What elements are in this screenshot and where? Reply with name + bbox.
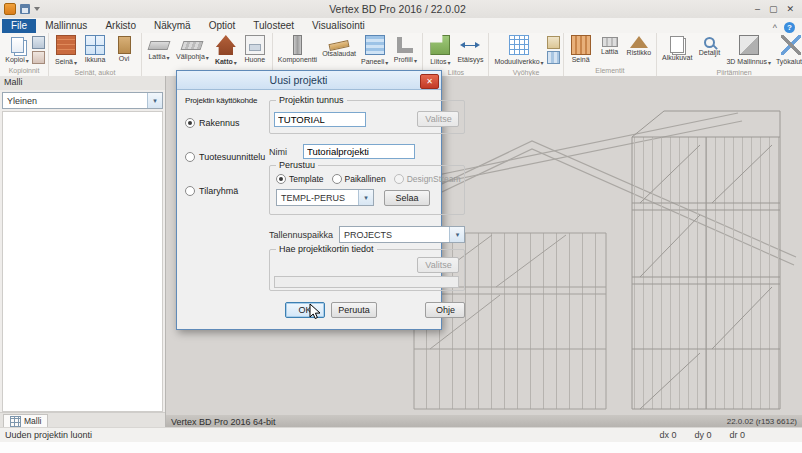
tab-arkisto[interactable]: Arkisto — [96, 19, 145, 33]
tools-icon — [781, 35, 801, 55]
ribbon-item-profiili[interactable]: Profiili — [391, 34, 419, 66]
dialog-buttons-row: OK Peruuta Ohje — [269, 302, 465, 318]
tab-mallinnus[interactable]: Mallinnus — [36, 19, 96, 33]
ribbon-item-lattia[interactable]: Lattia — [145, 34, 173, 63]
ribbon-item-seina[interactable]: Seinä — [52, 34, 80, 68]
radio-label: DesignStream — [407, 174, 461, 184]
joint-icon — [430, 35, 450, 55]
zone-icon[interactable] — [547, 36, 560, 49]
tab-optiot[interactable]: Optiot — [200, 19, 245, 33]
status-message: Uuden projektin luonti — [5, 430, 92, 440]
ribbon-item-tyokalut[interactable]: Työkalut — [774, 34, 802, 68]
ribbon-item-paneeli[interactable]: Paneeli — [359, 34, 390, 68]
name-row: Nimi — [269, 144, 465, 159]
ribbon-item-elementti-seina[interactable]: Seinä — [567, 34, 595, 64]
title-bar: Vertex BD Pro 2016 / 22.0.02 – ▢ ✕ — [0, 0, 802, 19]
dropdown-caret-icon — [73, 56, 77, 67]
dialog-close-button[interactable]: ✕ — [420, 74, 439, 89]
ribbon-item-ovi[interactable]: Ovi — [110, 34, 138, 63]
maximize-button[interactable]: ▢ — [769, 4, 778, 14]
window-icon — [85, 35, 105, 55]
browse-button[interactable]: Selaa — [384, 190, 430, 206]
ribbon-group-seinat-aukot: Seinä Ikkuna Ovi Seinät, aukot — [49, 33, 142, 76]
rotate-icon[interactable] — [32, 51, 45, 64]
help-icon[interactable]: ? — [784, 22, 795, 33]
ribbon-item-etaisyys[interactable]: Etäisyys — [455, 34, 485, 64]
template-dropdown[interactable]: TEMPL-PERUS — [276, 189, 374, 206]
ribbon-item-liitos[interactable]: Liitos — [426, 34, 454, 68]
ribbon-item-kopioi[interactable]: Kopioi — [3, 34, 31, 66]
based-on-group: Perustuu Template Paikallinen DesignS — [269, 165, 465, 215]
dy-value: dy 0 — [694, 430, 711, 440]
ribbon-item-moduuliverkko[interactable]: Moduuliverkko — [492, 34, 545, 68]
mouse-cursor-icon — [309, 303, 321, 321]
tab-nakyma[interactable]: Näkymä — [145, 19, 200, 33]
ribbon-item-valipohja[interactable]: Välipohja — [174, 34, 211, 63]
move-icon[interactable] — [32, 36, 45, 49]
ribbon-item-3d-mallinnus[interactable]: 3D Mallinnus — [724, 34, 772, 68]
ribbon-collapse-icon[interactable]: ^ — [773, 23, 777, 33]
minimize-button[interactable]: – — [755, 4, 760, 14]
chevron-down-icon — [449, 227, 464, 242]
truss-icon — [630, 36, 648, 48]
project-id-select-button[interactable]: Valitse — [417, 111, 459, 127]
ribbon-item-ikkuna[interactable]: Ikkuna — [81, 34, 109, 64]
ribbon-group-vyohyke: Moduuliverkko Vyöhyke — [489, 33, 563, 76]
project-card-input[interactable] — [274, 276, 459, 288]
app-info-text: Vertex BD Pro 2016 64-bit — [171, 417, 276, 427]
ribbon-item-katto[interactable]: Katto — [212, 34, 240, 68]
ribbon-item-ristikko[interactable]: Ristikko — [625, 34, 654, 57]
tab-tulosteet[interactable]: Tulosteet — [244, 19, 303, 33]
tab-file[interactable]: File — [2, 19, 36, 33]
close-button[interactable]: ✕ — [786, 4, 794, 14]
project-id-input[interactable] — [274, 112, 366, 127]
window-title: Vertex BD Pro 2016 / 22.0.02 — [40, 3, 755, 15]
radio-template[interactable]: Template — [276, 174, 324, 184]
project-id-group: Projektin tunnus Valitse — [269, 100, 465, 134]
radio-paikallinen[interactable]: Paikallinen — [332, 174, 386, 184]
radio-tuotesuunnittelu[interactable]: Tuotesuunnittelu — [185, 152, 263, 162]
save-icon[interactable] — [20, 4, 30, 14]
project-name-input[interactable] — [303, 144, 415, 159]
floor-icon — [148, 41, 171, 50]
radio-icon — [332, 174, 342, 184]
ribbon-item-detaljit[interactable]: Detaljit — [695, 34, 723, 57]
chevron-down-icon — [358, 190, 373, 205]
ribbon-item-alkukuvat[interactable]: Alkukuvat — [660, 34, 694, 62]
model-selector-dropdown[interactable]: Yleinen — [2, 92, 163, 109]
project-card-select-button[interactable]: Valitse — [417, 257, 459, 273]
dx-value: dx 0 — [659, 430, 676, 440]
radio-selected-icon — [185, 118, 195, 128]
ribbon-item-otsalaudat[interactable]: Otsalaudat — [320, 34, 358, 58]
sidebar-tab-strip: Malli — [0, 412, 165, 428]
ribbon-group-kopioinnit: Kopioi Kopioinnit — [0, 33, 49, 76]
tab-visualisointi[interactable]: Visualisointi — [303, 19, 374, 33]
radio-selected-icon — [276, 174, 286, 184]
element-floor-icon — [602, 37, 618, 47]
based-on-group-label: Perustuu — [276, 160, 318, 170]
save-location-dropdown[interactable]: PROJECTS — [339, 226, 465, 243]
sidebar-tab-label: Malli — [24, 416, 41, 426]
dialog-title-bar[interactable]: Uusi projekti ✕ — [177, 71, 441, 90]
coordinate-readout: dx 0 dy 0 dr 0 — [659, 430, 745, 440]
sidebar-tab-malli[interactable]: Malli — [3, 414, 48, 428]
ribbon-item-komponentti[interactable]: Komponentti — [276, 34, 319, 64]
room-icon — [245, 35, 265, 55]
radio-icon — [394, 174, 404, 184]
radio-tilaryhma[interactable]: Tilaryhmä — [185, 186, 263, 196]
modular-grid-icon — [509, 35, 529, 55]
dr-value: dr 0 — [729, 430, 745, 440]
ribbon-group-elementit: Seinä Lattia Ristikko Elementit — [564, 33, 658, 76]
application-window: Vertex BD Pro 2016 / 22.0.02 – ▢ ✕ File … — [0, 0, 802, 453]
help-button[interactable]: Ohje — [425, 302, 465, 318]
wall-icon — [56, 35, 76, 55]
model-tree-panel[interactable] — [2, 111, 163, 412]
radio-designstream[interactable]: DesignStream — [394, 174, 461, 184]
ribbon-item-huone[interactable]: Huone — [241, 34, 269, 64]
tabbar-right-controls: ^ ? — [773, 22, 800, 33]
strip-icon[interactable] — [547, 51, 560, 64]
ribbon-item-elementti-lattia[interactable]: Lattia — [596, 34, 624, 56]
radio-rakennus[interactable]: Rakennus — [185, 118, 263, 128]
cancel-button[interactable]: Peruuta — [331, 302, 377, 318]
sidebar-title: Malli — [0, 76, 165, 90]
